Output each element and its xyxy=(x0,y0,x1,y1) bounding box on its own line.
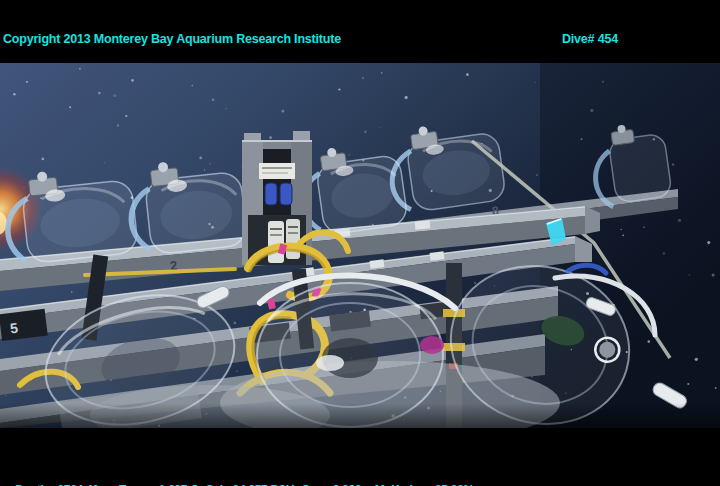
dive-number: Dive# 454 xyxy=(562,32,687,47)
underwater-scene: 8 xyxy=(0,63,720,428)
copyright-line: Copyright 2013 Monterey Bay Aquarium Res… xyxy=(3,32,374,47)
magenta-sample xyxy=(420,336,444,354)
bottom-shadow xyxy=(0,403,720,428)
scene-canvas: 8 xyxy=(0,63,720,428)
tower-label xyxy=(259,163,295,179)
rov-video-frame: Copyright 2013 Monterey Bay Aquarium Res… xyxy=(0,0,720,486)
stencil-plate xyxy=(0,309,48,341)
telemetry-overlay-bottom: Depth= 2764.40 mTemp= 1.697 CSal= 34.657… xyxy=(3,468,481,486)
sample-vials xyxy=(268,219,300,263)
